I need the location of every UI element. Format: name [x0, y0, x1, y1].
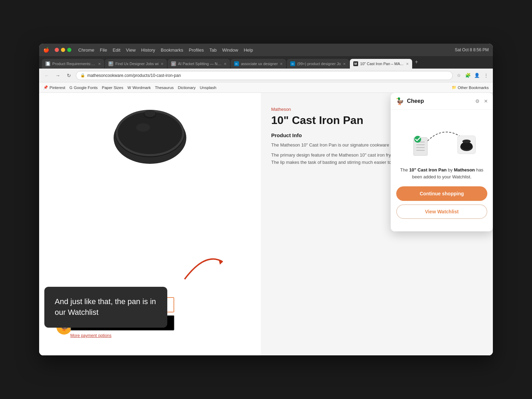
bookmarks-bar: 📌 Pinterest G Google Fonts Paper Sizes W… [39, 82, 493, 93]
new-tab-button[interactable]: + [413, 59, 420, 65]
cheep-popup: 🦆 Cheep ⚙ ✕ [391, 93, 493, 231]
cheep-duck-header-icon: 🦆 [396, 97, 404, 105]
bookmark-dictionary-label: Dictionary [178, 86, 196, 90]
product-image-container [39, 93, 261, 169]
bookmark-star-icon[interactable]: ☆ [455, 72, 462, 79]
tab-favicon-5: in [290, 61, 295, 66]
tab-title-4: associate ux designer [241, 62, 278, 66]
tab-title-5: (99+) product designer Jo [297, 62, 341, 66]
url-bar[interactable]: 🔒 mathesoncookware.com/products/10-cast-… [76, 71, 453, 80]
more-options-icon[interactable]: ⋮ [482, 72, 489, 79]
extensions-icon[interactable]: 🧩 [464, 72, 471, 79]
close-window-button[interactable] [55, 48, 59, 52]
bookmark-pinterest[interactable]: 📌 Pinterest [43, 85, 65, 90]
bookmark-other[interactable]: 📁 Other Bookmarks [452, 85, 489, 90]
pinterest-icon: 📌 [43, 85, 48, 90]
tab-close-3[interactable]: ✕ [224, 62, 227, 66]
annotation-box: And just like that, the pan is in our Wa… [44, 287, 167, 328]
popup-message: The 10" Cast Iron Pan by Matheson has be… [396, 167, 487, 180]
profile-icon[interactable]: 👤 [473, 72, 480, 79]
popup-msg-part2: by [446, 167, 454, 172]
titlebar-menu: Chrome File Edit View History Bookmarks … [78, 47, 253, 53]
menu-profiles[interactable]: Profiles [189, 47, 204, 53]
continue-shopping-button[interactable]: Continue shopping [396, 186, 487, 201]
bookmark-pinterest-label: Pinterest [50, 86, 65, 90]
bookmark-paper-sizes-label: Paper Sizes [102, 86, 123, 90]
menu-file[interactable]: File [100, 47, 107, 53]
svg-point-6 [136, 123, 150, 132]
annotation-text: And just like that, the pan is in our Wa… [55, 296, 157, 318]
cheep-brand-label: Cheep [407, 98, 424, 104]
cheep-popup-body: The 10" Cast Iron Pan by Matheson has be… [391, 110, 493, 231]
tab-title-2: Find Ux Designer Jobs wi [115, 62, 159, 66]
titlebar: 🍎 Chrome File Edit View History Bookmark… [39, 44, 493, 56]
menu-history[interactable]: History [141, 47, 155, 53]
menu-help[interactable]: Help [244, 47, 253, 53]
address-icons: ☆ 🧩 👤 ⋮ [455, 72, 489, 79]
wordmark-icon: W [127, 86, 131, 90]
bookmark-wordmark-label: Wordmark [132, 86, 151, 90]
secure-lock-icon: 🔒 [80, 73, 85, 78]
tab-associate-ux[interactable]: in associate ux designer ✕ [231, 59, 286, 69]
popup-brand-name: Matheson [454, 167, 475, 172]
bookmark-paper-sizes[interactable]: Paper Sizes [102, 86, 123, 90]
tab-close-6[interactable]: ✕ [406, 62, 409, 66]
tab-close-1[interactable]: ✕ [98, 62, 101, 66]
refresh-button[interactable]: ↻ [65, 71, 73, 80]
watchlist-illustration [396, 117, 487, 162]
tab-favicon-1: 📄 [45, 61, 50, 66]
google-fonts-icon: G [69, 86, 72, 90]
tabs-bar: 📄 Product Requirements: Ch ✕ 🔍 Find Ux D… [39, 56, 493, 69]
bookmark-unsplash-label: Unsplash [200, 86, 216, 90]
cheep-settings-icon[interactable]: ⚙ [475, 98, 480, 104]
bookmark-wordmark[interactable]: W Wordmark [127, 86, 151, 90]
bookmark-google-fonts[interactable]: G Google Fonts [69, 86, 98, 90]
svg-point-20 [462, 140, 471, 143]
tab-favicon-2: 🔍 [108, 61, 113, 66]
menu-tab[interactable]: Tab [209, 47, 216, 53]
bookmark-dictionary[interactable]: Dictionary [178, 86, 196, 90]
url-text: mathesoncookware.com/products/10-cast-ir… [87, 73, 181, 78]
tab-cast-iron-pan[interactable]: M 10" Cast Iron Pan – MATHE ✕ [350, 59, 412, 69]
tab-ai-packet[interactable]: 🤖 AI Packet Splitting — NK P ✕ [168, 59, 230, 69]
tab-linkedin-jobs[interactable]: in (99+) product designer Jo ✕ [287, 59, 349, 69]
tab-favicon-6: M [353, 61, 358, 66]
datetime-label: Sat Oct 8 8:56 PM [455, 47, 489, 52]
bookmark-thesaurus[interactable]: Thesaurus [155, 86, 174, 90]
menu-edit[interactable]: Edit [113, 47, 120, 53]
menu-view[interactable]: View [126, 47, 136, 53]
menu-bookmarks[interactable]: Bookmarks [161, 47, 183, 53]
tab-close-4[interactable]: ✕ [280, 62, 283, 66]
dashed-arc-svg [407, 118, 477, 160]
more-payment-options-link[interactable]: More payment options [70, 333, 254, 338]
tab-close-5[interactable]: ✕ [343, 62, 346, 66]
cheep-popup-header: 🦆 Cheep ⚙ ✕ [391, 93, 493, 110]
traffic-lights [55, 48, 71, 52]
address-bar: ← → ↻ 🔒 mathesoncookware.com/products/10… [39, 69, 493, 82]
tab-product-requirements[interactable]: 📄 Product Requirements: Ch ✕ [42, 59, 104, 69]
forward-button[interactable]: → [54, 71, 62, 80]
product-image-section: And just like that, the pan is in our Wa… [39, 93, 261, 355]
menu-window[interactable]: Window [222, 47, 238, 53]
tab-title-6: 10" Cast Iron Pan – MATHE [360, 62, 404, 66]
view-watchlist-button[interactable]: View Watchlist [396, 204, 487, 219]
product-image [101, 96, 198, 166]
tab-find-ux[interactable]: 🔍 Find Ux Designer Jobs wi ✕ [105, 59, 167, 69]
popup-product-name: 10" Cast Iron Pan [409, 167, 446, 172]
maximize-window-button[interactable] [67, 48, 71, 52]
back-button[interactable]: ← [43, 71, 51, 80]
svg-point-5 [144, 110, 156, 117]
minimize-window-button[interactable] [61, 48, 65, 52]
cheep-header-icons: ⚙ ✕ [475, 98, 488, 104]
tab-favicon-3: 🤖 [171, 61, 176, 66]
cheep-close-icon[interactable]: ✕ [484, 98, 488, 104]
svg-point-18 [461, 142, 472, 150]
popup-msg-part1: The [400, 167, 409, 172]
tab-close-2[interactable]: ✕ [161, 62, 163, 66]
product-page: And just like that, the pan is in our Wa… [39, 93, 493, 355]
svg-marker-7 [219, 259, 223, 265]
bookmark-unsplash[interactable]: Unsplash [200, 86, 216, 90]
menu-chrome[interactable]: Chrome [78, 47, 94, 53]
tab-title-1: Product Requirements: Ch [52, 62, 96, 66]
red-arrow-graphic [178, 245, 230, 286]
